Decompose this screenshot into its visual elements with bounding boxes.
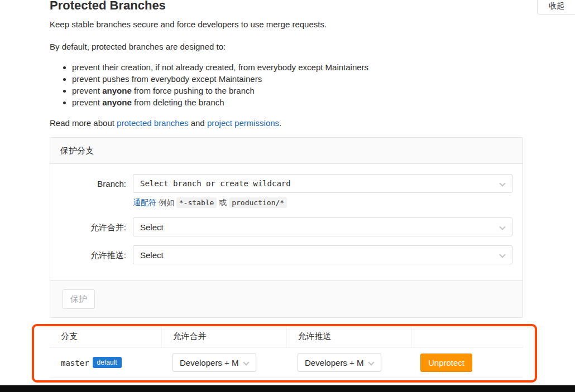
allowed-to-push-select[interactable]: Select <box>133 245 512 264</box>
allowed-to-push-label: 允许推送: <box>60 245 133 264</box>
allowed-to-merge-form-row: 允许合并: Select <box>60 217 512 236</box>
chevron-down-icon <box>499 224 505 230</box>
panel-header: 保护分支 <box>50 138 523 164</box>
page-title: Protected Branches <box>50 0 523 12</box>
section-subtitle: Keep stable branches secure and force de… <box>50 19 523 30</box>
branch-select[interactable]: Select branch or create wildcard <box>133 174 512 193</box>
chevron-down-icon <box>499 180 505 186</box>
project-permissions-link[interactable]: project permissions <box>207 118 279 128</box>
bottom-black-bar <box>0 385 575 392</box>
table-row: masterdefault Developers + Mai… Develope… <box>50 347 523 378</box>
chevron-down-icon <box>368 359 374 365</box>
bullet-item: prevent pushes from everybody except Mai… <box>72 73 523 85</box>
row-allowed-to-push-select[interactable]: Developers + Mai… <box>298 353 381 372</box>
panel-body: Branch: Select branch or create wildcard… <box>50 164 523 280</box>
allowed-to-merge-label: 允许合并: <box>60 217 133 236</box>
column-header-allowed-to-push: 允许推送 <box>286 325 411 347</box>
bullet-item: prevent their creation, if not already c… <box>72 61 523 73</box>
wildcard-hint: 通配符 例如 *-stable 或 production/* <box>133 197 512 209</box>
panel-footer: 保护 <box>50 280 523 317</box>
protected-branches-section: Protected Branches Keep stable branches … <box>50 0 523 318</box>
wildcard-link[interactable]: 通配符 <box>133 198 156 207</box>
bullet-item: prevent anyone from force pushing to the… <box>72 85 523 96</box>
column-header-actions <box>411 325 523 347</box>
unprotect-button[interactable]: Unprotect <box>420 354 472 372</box>
table-header-row: 分支 允许合并 允许推送 <box>50 325 523 347</box>
wildcard-example-code: *-stable <box>176 197 217 208</box>
default-badge: default <box>93 357 122 368</box>
allowed-to-merge-select[interactable]: Select <box>133 217 512 236</box>
chevron-down-icon <box>243 359 249 365</box>
bullet-item: prevent anyone from deleting the branch <box>72 96 523 108</box>
collapse-section-button[interactable]: 收起 <box>537 0 575 14</box>
intro-text: By default, protected branches are desig… <box>50 41 523 52</box>
column-header-allowed-to-merge: 允许合并 <box>161 325 286 347</box>
wildcard-example-code: production/* <box>229 197 287 208</box>
allowed-to-push-form-row: 允许推送: Select <box>60 245 512 264</box>
row-allowed-to-merge-select[interactable]: Developers + Mai… <box>172 353 256 372</box>
protect-button[interactable]: 保护 <box>63 289 95 309</box>
protected-branches-table: 分支 允许合并 允许推送 masterdefault Developers + … <box>50 325 523 378</box>
branch-form-row: Branch: Select branch or create wildcard… <box>60 174 512 209</box>
protected-branches-link[interactable]: protected branches <box>117 118 188 128</box>
protect-branch-panel: 保护分支 Branch: Select branch or create wil… <box>50 137 523 318</box>
branch-label: Branch: <box>60 174 133 209</box>
read-more-text: Read more about protected branches and p… <box>50 118 523 129</box>
chevron-down-icon <box>499 251 505 258</box>
branch-name: master <box>61 359 89 367</box>
design-bullet-list: prevent their creation, if not already c… <box>50 61 523 108</box>
column-header-branch: 分支 <box>50 325 161 347</box>
